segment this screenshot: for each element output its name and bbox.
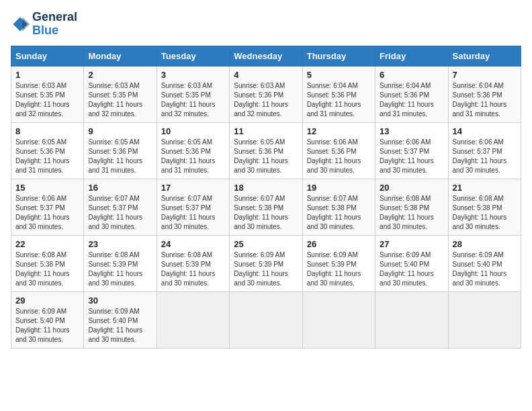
calendar-cell: 3 Sunrise: 6:03 AM Sunset: 5:35 PM Dayli… xyxy=(157,66,229,122)
page-header: General Blue xyxy=(11,11,521,38)
day-number: 8 xyxy=(15,126,79,136)
day-info: Sunrise: 6:07 AM Sunset: 5:37 PM Dayligh… xyxy=(88,194,152,232)
day-info: Sunrise: 6:06 AM Sunset: 5:37 PM Dayligh… xyxy=(453,138,517,175)
day-info: Sunrise: 6:08 AM Sunset: 5:39 PM Dayligh… xyxy=(88,250,152,288)
calendar-cell: 26 Sunrise: 6:09 AM Sunset: 5:39 PM Dayl… xyxy=(302,235,375,291)
day-number: 23 xyxy=(88,239,152,249)
day-number: 9 xyxy=(88,126,152,136)
day-number: 17 xyxy=(161,183,225,193)
calendar-table: SundayMondayTuesdayWednesdayThursdayFrid… xyxy=(11,46,521,349)
day-info: Sunrise: 6:07 AM Sunset: 5:38 PM Dayligh… xyxy=(234,194,298,232)
col-header-tuesday: Tuesday xyxy=(157,46,229,66)
day-number: 26 xyxy=(307,239,371,249)
calendar-week-row: 22 Sunrise: 6:08 AM Sunset: 5:38 PM Dayl… xyxy=(11,235,521,291)
logo-icon xyxy=(11,15,30,34)
col-header-monday: Monday xyxy=(84,46,157,66)
day-info: Sunrise: 6:04 AM Sunset: 5:36 PM Dayligh… xyxy=(453,81,517,119)
day-info: Sunrise: 6:08 AM Sunset: 5:38 PM Dayligh… xyxy=(453,194,517,232)
logo-general: General xyxy=(32,11,77,24)
col-header-sunday: Sunday xyxy=(11,46,84,66)
day-number: 6 xyxy=(380,70,443,80)
calendar-cell xyxy=(157,291,229,348)
calendar-cell: 7 Sunrise: 6:04 AM Sunset: 5:36 PM Dayli… xyxy=(448,66,521,122)
calendar-cell: 4 Sunrise: 6:03 AM Sunset: 5:36 PM Dayli… xyxy=(230,66,302,122)
calendar-cell: 9 Sunrise: 6:05 AM Sunset: 5:36 PM Dayli… xyxy=(84,122,157,179)
calendar-cell: 25 Sunrise: 6:09 AM Sunset: 5:39 PM Dayl… xyxy=(230,235,302,291)
col-header-thursday: Thursday xyxy=(302,46,375,66)
col-header-friday: Friday xyxy=(375,46,448,66)
day-number: 7 xyxy=(453,70,517,80)
day-number: 27 xyxy=(380,239,443,249)
day-number: 15 xyxy=(15,183,79,193)
day-number: 16 xyxy=(88,183,152,193)
day-info: Sunrise: 6:09 AM Sunset: 5:40 PM Dayligh… xyxy=(453,250,517,288)
day-number: 14 xyxy=(453,126,517,136)
svg-marker-1 xyxy=(23,17,30,31)
day-info: Sunrise: 6:09 AM Sunset: 5:39 PM Dayligh… xyxy=(234,250,298,288)
day-number: 25 xyxy=(234,239,298,249)
calendar-cell: 16 Sunrise: 6:07 AM Sunset: 5:37 PM Dayl… xyxy=(84,179,157,235)
day-number: 5 xyxy=(307,70,371,80)
day-number: 20 xyxy=(380,183,443,193)
calendar-cell: 19 Sunrise: 6:07 AM Sunset: 5:38 PM Dayl… xyxy=(302,179,375,235)
day-number: 13 xyxy=(380,126,443,136)
day-info: Sunrise: 6:09 AM Sunset: 5:40 PM Dayligh… xyxy=(88,307,152,345)
day-info: Sunrise: 6:04 AM Sunset: 5:36 PM Dayligh… xyxy=(380,81,443,119)
day-info: Sunrise: 6:04 AM Sunset: 5:36 PM Dayligh… xyxy=(307,81,371,119)
calendar-cell: 10 Sunrise: 6:05 AM Sunset: 5:36 PM Dayl… xyxy=(157,122,229,179)
calendar-cell: 18 Sunrise: 6:07 AM Sunset: 5:38 PM Dayl… xyxy=(230,179,302,235)
calendar-header-row: SundayMondayTuesdayWednesdayThursdayFrid… xyxy=(11,46,521,66)
calendar-cell: 1 Sunrise: 6:03 AM Sunset: 5:35 PM Dayli… xyxy=(11,66,84,122)
col-header-saturday: Saturday xyxy=(448,46,521,66)
day-number: 21 xyxy=(453,183,517,193)
calendar-cell: 13 Sunrise: 6:06 AM Sunset: 5:37 PM Dayl… xyxy=(375,122,448,179)
day-info: Sunrise: 6:06 AM Sunset: 5:37 PM Dayligh… xyxy=(15,194,79,232)
calendar-cell: 22 Sunrise: 6:08 AM Sunset: 5:38 PM Dayl… xyxy=(11,235,84,291)
calendar-cell: 29 Sunrise: 6:09 AM Sunset: 5:40 PM Dayl… xyxy=(11,291,84,348)
day-info: Sunrise: 6:03 AM Sunset: 5:36 PM Dayligh… xyxy=(234,81,298,119)
calendar-week-row: 15 Sunrise: 6:06 AM Sunset: 5:37 PM Dayl… xyxy=(11,179,521,235)
day-number: 3 xyxy=(161,70,225,80)
day-number: 2 xyxy=(88,70,152,80)
calendar-cell: 24 Sunrise: 6:08 AM Sunset: 5:39 PM Dayl… xyxy=(157,235,229,291)
day-number: 30 xyxy=(88,295,152,306)
day-info: Sunrise: 6:05 AM Sunset: 5:36 PM Dayligh… xyxy=(234,138,298,175)
day-info: Sunrise: 6:08 AM Sunset: 5:39 PM Dayligh… xyxy=(161,250,225,288)
day-info: Sunrise: 6:07 AM Sunset: 5:38 PM Dayligh… xyxy=(307,194,371,232)
calendar-cell: 11 Sunrise: 6:05 AM Sunset: 5:36 PM Dayl… xyxy=(230,122,302,179)
calendar-cell: 14 Sunrise: 6:06 AM Sunset: 5:37 PM Dayl… xyxy=(448,122,521,179)
logo: General Blue xyxy=(11,11,77,38)
calendar-cell: 21 Sunrise: 6:08 AM Sunset: 5:38 PM Dayl… xyxy=(448,179,521,235)
calendar-week-row: 8 Sunrise: 6:05 AM Sunset: 5:36 PM Dayli… xyxy=(11,122,521,179)
calendar-cell: 23 Sunrise: 6:08 AM Sunset: 5:39 PM Dayl… xyxy=(84,235,157,291)
day-info: Sunrise: 6:06 AM Sunset: 5:37 PM Dayligh… xyxy=(380,138,443,175)
calendar-cell xyxy=(302,291,375,348)
day-number: 28 xyxy=(453,239,517,249)
day-info: Sunrise: 6:03 AM Sunset: 5:35 PM Dayligh… xyxy=(161,81,225,119)
day-info: Sunrise: 6:06 AM Sunset: 5:36 PM Dayligh… xyxy=(307,138,371,175)
calendar-cell: 8 Sunrise: 6:05 AM Sunset: 5:36 PM Dayli… xyxy=(11,122,84,179)
day-number: 19 xyxy=(307,183,371,193)
calendar-cell: 28 Sunrise: 6:09 AM Sunset: 5:40 PM Dayl… xyxy=(448,235,521,291)
calendar-cell: 15 Sunrise: 6:06 AM Sunset: 5:37 PM Dayl… xyxy=(11,179,84,235)
calendar-cell: 30 Sunrise: 6:09 AM Sunset: 5:40 PM Dayl… xyxy=(84,291,157,348)
day-info: Sunrise: 6:07 AM Sunset: 5:37 PM Dayligh… xyxy=(161,194,225,232)
day-info: Sunrise: 6:09 AM Sunset: 5:39 PM Dayligh… xyxy=(307,250,371,288)
day-info: Sunrise: 6:05 AM Sunset: 5:36 PM Dayligh… xyxy=(15,138,79,175)
calendar-cell: 17 Sunrise: 6:07 AM Sunset: 5:37 PM Dayl… xyxy=(157,179,229,235)
day-number: 22 xyxy=(15,239,79,249)
calendar-cell: 27 Sunrise: 6:09 AM Sunset: 5:40 PM Dayl… xyxy=(375,235,448,291)
day-number: 11 xyxy=(234,126,298,136)
day-number: 4 xyxy=(234,70,298,80)
day-info: Sunrise: 6:08 AM Sunset: 5:38 PM Dayligh… xyxy=(15,250,79,288)
day-info: Sunrise: 6:03 AM Sunset: 5:35 PM Dayligh… xyxy=(88,81,152,119)
calendar-cell xyxy=(230,291,302,348)
calendar-cell: 20 Sunrise: 6:08 AM Sunset: 5:38 PM Dayl… xyxy=(375,179,448,235)
day-info: Sunrise: 6:09 AM Sunset: 5:40 PM Dayligh… xyxy=(380,250,443,288)
calendar-cell: 12 Sunrise: 6:06 AM Sunset: 5:36 PM Dayl… xyxy=(302,122,375,179)
day-info: Sunrise: 6:05 AM Sunset: 5:36 PM Dayligh… xyxy=(161,138,225,175)
day-number: 18 xyxy=(234,183,298,193)
day-number: 10 xyxy=(161,126,225,136)
day-info: Sunrise: 6:05 AM Sunset: 5:36 PM Dayligh… xyxy=(88,138,152,175)
logo-blue: Blue xyxy=(32,24,77,38)
